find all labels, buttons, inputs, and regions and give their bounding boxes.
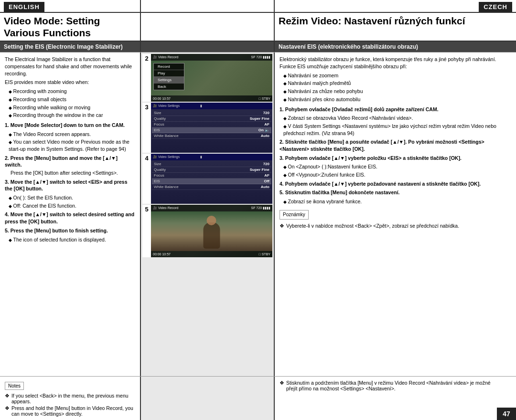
english-lang-tag: ENGLISH xyxy=(4,2,44,12)
czech-lang-tag: CZECH xyxy=(479,2,512,12)
bottom-center xyxy=(141,377,275,420)
step4-title: 4. Move the [▲/▼] switch to select desir… xyxy=(5,211,135,225)
section-header-czech: Nastavení EIS (elektronického stabilizát… xyxy=(275,42,516,52)
cz-step1-b2: V části System Settings <Nastavení systé… xyxy=(283,123,511,136)
step1-bullets: The Video Record screen appears. You can… xyxy=(9,131,135,153)
czech-bullet-list: Nahrávání se zoomem Nahrávání malých pře… xyxy=(283,72,511,103)
screenshot-1: 2 🎥 Video Record SF 720 ▮▮▮▮ Record Play xyxy=(142,54,272,102)
czech-intro: Elektronický stabilizátor obrazu je funk… xyxy=(280,56,511,70)
page-number: 47 xyxy=(497,408,516,420)
step3-title: 3. Move the [▲/▼] switch to select <EIS>… xyxy=(5,178,135,192)
screenshot-4: 5 🎥 Video Record SF 720 ▮▮▮▮ xyxy=(142,205,272,257)
eis-provides: EIS provides more stable video when: xyxy=(5,79,135,86)
title-english: Video Mode: Setting Various Functions xyxy=(4,15,136,39)
step5-title: 5. Press the [Menu] button to finish set… xyxy=(5,227,135,234)
step1-b1: The Video Record screen appears. xyxy=(9,131,135,138)
step1-b2: You can select Video mode or Previous mo… xyxy=(9,138,135,152)
cz-step2-title: 2. Stiskněte tlačítko [Menu] a posuňte o… xyxy=(280,138,511,152)
title-czech: Režim Video: Nastavení různých funkcí xyxy=(279,15,512,27)
step-num-4: 5 xyxy=(142,205,151,257)
cz-step1-bullets: Zobrazí se obrazovka Video Record <Nahrá… xyxy=(283,115,511,136)
screenshot-2: 3 🎥 Video Settings ▮ Size720 QualitySupe… xyxy=(142,103,272,153)
cz-bullet2: Nahrávání malých předmětů xyxy=(283,80,511,87)
cz-step3-bullets: On <Zapnout> ( ):Nastavení funkce EIS. O… xyxy=(283,163,511,178)
cz-step4-title: 4. Pohybem ovladače [▲/▼] vyberte požado… xyxy=(280,180,511,188)
bullet-walking: Recording while walking or moving xyxy=(9,104,135,111)
bottom-left: Notes If you select <Back> in the menu, … xyxy=(0,377,141,420)
bullet-small: Recording small objects xyxy=(9,96,135,103)
notes-label: Notes xyxy=(5,382,24,390)
step1-title: 1. Move [Mode Selector] down to turn on … xyxy=(5,122,135,129)
note2: Press and hold the [Menu] button in Vide… xyxy=(5,405,135,417)
step3-bullets: On( ): Set the EIS function. Off: Cancel… xyxy=(9,194,135,209)
english-content: The Electrical Image Stabilizer is a fun… xyxy=(0,52,141,376)
note1: If you select <Back> in the menu, the pr… xyxy=(5,393,135,404)
bottom-row: Notes If you select <Back> in the menu, … xyxy=(0,376,516,420)
cz-step5-title: 5. Stisknutím tlačítka [Menu] dokončete … xyxy=(280,189,511,196)
cz-bullet4: Nahrávání přes okno automobilu xyxy=(283,96,511,103)
cz-step3-b1: On <Zapnout> ( ):Nastavení funkce EIS. xyxy=(283,163,511,170)
english-intro: The Electrical Image Stabilizer is a fun… xyxy=(5,56,135,77)
step3-b1: On( ): Set the EIS function. xyxy=(9,194,135,201)
cz-note1: Vyberete-li v nabídce možnost <Back> <Zp… xyxy=(280,222,511,230)
cz-step3-b2: Off <Vypnout>:Zrušení funkce EIS. xyxy=(283,171,511,178)
cz-step3-title: 3. Pohybem ovladače [▲/▼] vyberte položk… xyxy=(280,155,511,162)
bullet-zoom: Recording with zooming xyxy=(9,88,135,95)
step-num-3: 4 xyxy=(142,154,151,204)
step-num-2: 3 xyxy=(142,103,151,153)
screenshots-column: 2 🎥 Video Record SF 720 ▮▮▮▮ Record Play xyxy=(141,52,275,376)
cz-step1-b1: Zobrazí se obrazovka Video Record <Nahrá… xyxy=(283,115,511,122)
poznamky-label: Poznámky xyxy=(280,210,309,220)
bottom-right: Stisknutím a podržením tlačítka [Menu] v… xyxy=(275,377,516,420)
screenshot-3: 4 🎥 Video Settings ▮ Size720 QualitySupe… xyxy=(142,154,272,204)
page: ENGLISH CZECH Video Mode: Setting Variou… xyxy=(0,0,516,420)
cz-bullet3: Nahrávání za chůze nebo pohybu xyxy=(283,88,511,95)
step5-b1: The icon of selected function is display… xyxy=(9,236,135,243)
step3-b2: Off: Cancel the EIS function. xyxy=(9,202,135,210)
english-bullet-list: Recording with zooming Recording small o… xyxy=(9,88,135,119)
section-header-english: Setting the EIS (Electronic Image Stabil… xyxy=(0,42,141,52)
bullet-window: Recording through the window in the car xyxy=(9,112,135,119)
cz-step5-b1: Zobrazí se ikona vybrané funkce. xyxy=(283,198,511,205)
step5-bullets: The icon of selected function is display… xyxy=(9,236,135,243)
cz-step5-bullets: Zobrazí se ikona vybrané funkce. xyxy=(283,198,511,205)
step-num-1: 2 xyxy=(142,54,151,102)
cz-note2: Stisknutím a podržením tlačítka [Menu] v… xyxy=(280,380,492,391)
step2-title: 2. Press the [Menu] button and move the … xyxy=(5,155,135,168)
cz-bullet1: Nahrávání se zoomem xyxy=(283,72,511,79)
czech-content: Elektronický stabilizátor obrazu je funk… xyxy=(275,52,516,376)
cz-step1-title: 1. Pohybem ovladače [Ovladač režimů] dol… xyxy=(280,106,511,113)
step2-sub: Press the [OK] button after selecting <S… xyxy=(11,169,135,177)
